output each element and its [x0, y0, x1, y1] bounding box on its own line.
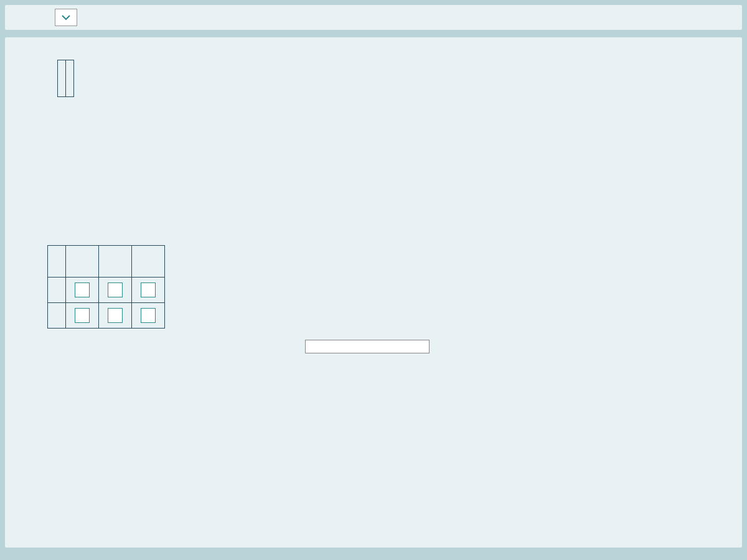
answer-row-2 — [48, 302, 165, 328]
answer-table — [47, 245, 165, 329]
answer-predicted-2-input[interactable] — [108, 308, 123, 323]
window-top-bar — [5, 5, 742, 30]
problem-panel — [5, 37, 742, 548]
scatter-plot — [87, 62, 327, 217]
ans-col-residual — [132, 246, 165, 278]
col-header-x — [58, 60, 66, 97]
col-header-y — [66, 60, 74, 97]
dropdown-toggle[interactable] — [55, 9, 77, 26]
data-table — [57, 60, 74, 217]
clear-button[interactable] — [345, 345, 352, 348]
ans-col-x — [48, 246, 66, 278]
answer-observed-1-input[interactable] — [75, 282, 90, 297]
action-bar — [305, 340, 430, 353]
answer-header-row — [48, 246, 165, 278]
answer-observed-2-input[interactable] — [75, 308, 90, 323]
help-button[interactable] — [382, 345, 390, 348]
y-axis-label — [87, 131, 136, 147]
chevron-down-icon — [62, 14, 70, 21]
ans-col-observed — [66, 246, 99, 278]
answer-row-1 — [48, 277, 165, 302]
answer-residual-1-input[interactable] — [141, 282, 156, 297]
answer-x-1 — [48, 277, 66, 302]
answer-residual-2-input[interactable] — [141, 308, 156, 323]
answer-predicted-1-input[interactable] — [108, 282, 123, 297]
answer-x-2 — [48, 302, 66, 328]
reset-button[interactable] — [364, 345, 371, 348]
table-header-row — [58, 60, 74, 97]
ans-col-predicted — [99, 246, 132, 278]
instruction-text — [20, 225, 727, 238]
x-axis-label — [140, 209, 327, 217]
chart-canvas — [140, 62, 327, 205]
